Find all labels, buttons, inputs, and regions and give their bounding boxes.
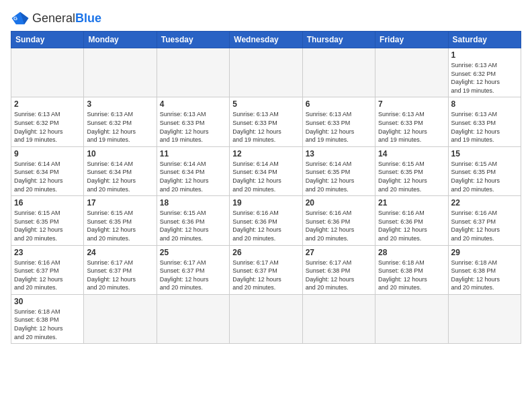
calendar-cell bbox=[230, 48, 302, 97]
calendar-cell: 8Sunrise: 6:13 AM Sunset: 6:33 PM Daylig… bbox=[448, 97, 521, 146]
calendar-cell: 9Sunrise: 6:14 AM Sunset: 6:34 PM Daylig… bbox=[11, 146, 84, 195]
day-number: 7 bbox=[378, 99, 445, 109]
calendar-week-row: 2Sunrise: 6:13 AM Sunset: 6:32 PM Daylig… bbox=[11, 97, 521, 146]
cell-info: Sunrise: 6:14 AM Sunset: 6:34 PM Dayligh… bbox=[232, 160, 299, 193]
weekday-header-friday: Friday bbox=[375, 32, 448, 48]
cell-info: Sunrise: 6:14 AM Sunset: 6:34 PM Dayligh… bbox=[87, 160, 153, 193]
day-number: 18 bbox=[160, 198, 226, 208]
day-number: 11 bbox=[160, 149, 226, 158]
cell-info: Sunrise: 6:18 AM Sunset: 6:38 PM Dayligh… bbox=[378, 259, 445, 292]
calendar-week-row: 16Sunrise: 6:15 AM Sunset: 6:35 PM Dayli… bbox=[11, 196, 521, 245]
cell-info: Sunrise: 6:13 AM Sunset: 6:33 PM Dayligh… bbox=[378, 110, 445, 144]
calendar-cell: 24Sunrise: 6:17 AM Sunset: 6:37 PM Dayli… bbox=[84, 245, 157, 294]
calendar-cell bbox=[375, 294, 448, 343]
day-number: 21 bbox=[378, 198, 445, 208]
cell-info: Sunrise: 6:16 AM Sunset: 6:37 PM Dayligh… bbox=[451, 209, 518, 242]
cell-info: Sunrise: 6:15 AM Sunset: 6:35 PM Dayligh… bbox=[14, 209, 81, 242]
day-number: 8 bbox=[451, 99, 518, 109]
cell-info: Sunrise: 6:15 AM Sunset: 6:36 PM Dayligh… bbox=[160, 209, 226, 242]
calendar-cell: 14Sunrise: 6:15 AM Sunset: 6:35 PM Dayli… bbox=[375, 146, 448, 195]
cell-info: Sunrise: 6:17 AM Sunset: 6:37 PM Dayligh… bbox=[232, 259, 299, 292]
cell-info: Sunrise: 6:16 AM Sunset: 6:36 PM Dayligh… bbox=[232, 209, 299, 242]
logo: G GeneralBlue bbox=[11, 11, 101, 26]
calendar-cell: 12Sunrise: 6:14 AM Sunset: 6:34 PM Dayli… bbox=[230, 146, 302, 195]
calendar-cell: 29Sunrise: 6:18 AM Sunset: 6:38 PM Dayli… bbox=[448, 245, 521, 294]
calendar-table: SundayMondayTuesdayWednesdayThursdayFrid… bbox=[11, 31, 521, 344]
weekday-header-monday: Monday bbox=[84, 32, 157, 48]
cell-info: Sunrise: 6:17 AM Sunset: 6:37 PM Dayligh… bbox=[160, 259, 226, 292]
weekday-header-sunday: Sunday bbox=[11, 32, 84, 48]
calendar-cell: 4Sunrise: 6:13 AM Sunset: 6:33 PM Daylig… bbox=[157, 97, 229, 146]
calendar-cell: 10Sunrise: 6:14 AM Sunset: 6:34 PM Dayli… bbox=[84, 146, 157, 195]
calendar-cell: 20Sunrise: 6:16 AM Sunset: 6:36 PM Dayli… bbox=[302, 196, 375, 245]
calendar-week-row: 9Sunrise: 6:14 AM Sunset: 6:34 PM Daylig… bbox=[11, 146, 521, 195]
day-number: 17 bbox=[87, 198, 153, 208]
day-number: 25 bbox=[160, 248, 226, 257]
day-number: 4 bbox=[160, 99, 226, 109]
calendar-week-row: 1Sunrise: 6:13 AM Sunset: 6:32 PM Daylig… bbox=[11, 48, 521, 97]
calendar-cell bbox=[302, 48, 375, 97]
day-number: 19 bbox=[232, 198, 299, 208]
day-number: 13 bbox=[306, 149, 372, 158]
day-number: 16 bbox=[14, 198, 81, 208]
cell-info: Sunrise: 6:14 AM Sunset: 6:34 PM Dayligh… bbox=[160, 160, 226, 193]
calendar-cell: 11Sunrise: 6:14 AM Sunset: 6:34 PM Dayli… bbox=[157, 146, 229, 195]
calendar-cell: 15Sunrise: 6:15 AM Sunset: 6:35 PM Dayli… bbox=[448, 146, 521, 195]
day-number: 28 bbox=[378, 248, 445, 257]
cell-info: Sunrise: 6:13 AM Sunset: 6:33 PM Dayligh… bbox=[160, 110, 226, 144]
day-number: 15 bbox=[451, 149, 518, 158]
calendar-cell bbox=[11, 48, 84, 97]
cell-info: Sunrise: 6:13 AM Sunset: 6:33 PM Dayligh… bbox=[451, 110, 518, 144]
day-number: 2 bbox=[14, 99, 81, 109]
day-number: 3 bbox=[87, 99, 153, 109]
calendar-cell: 21Sunrise: 6:16 AM Sunset: 6:36 PM Dayli… bbox=[375, 196, 448, 245]
cell-info: Sunrise: 6:15 AM Sunset: 6:35 PM Dayligh… bbox=[87, 209, 153, 242]
calendar-cell bbox=[448, 294, 521, 343]
calendar-cell: 28Sunrise: 6:18 AM Sunset: 6:38 PM Dayli… bbox=[375, 245, 448, 294]
calendar-cell: 26Sunrise: 6:17 AM Sunset: 6:37 PM Dayli… bbox=[230, 245, 302, 294]
calendar-cell: 23Sunrise: 6:16 AM Sunset: 6:37 PM Dayli… bbox=[11, 245, 84, 294]
calendar-cell bbox=[84, 294, 157, 343]
calendar-week-row: 30Sunrise: 6:18 AM Sunset: 6:38 PM Dayli… bbox=[11, 294, 521, 343]
cell-info: Sunrise: 6:13 AM Sunset: 6:33 PM Dayligh… bbox=[232, 110, 299, 144]
day-number: 1 bbox=[451, 50, 518, 60]
calendar-cell: 19Sunrise: 6:16 AM Sunset: 6:36 PM Dayli… bbox=[230, 196, 302, 245]
calendar-week-row: 23Sunrise: 6:16 AM Sunset: 6:37 PM Dayli… bbox=[11, 245, 521, 294]
day-number: 30 bbox=[14, 297, 81, 306]
calendar-cell: 25Sunrise: 6:17 AM Sunset: 6:37 PM Dayli… bbox=[157, 245, 229, 294]
calendar-cell bbox=[375, 48, 448, 97]
calendar-cell: 16Sunrise: 6:15 AM Sunset: 6:35 PM Dayli… bbox=[11, 196, 84, 245]
calendar-cell: 13Sunrise: 6:14 AM Sunset: 6:35 PM Dayli… bbox=[302, 146, 375, 195]
cell-info: Sunrise: 6:13 AM Sunset: 6:32 PM Dayligh… bbox=[14, 110, 81, 144]
calendar-cell: 2Sunrise: 6:13 AM Sunset: 6:32 PM Daylig… bbox=[11, 97, 84, 146]
calendar-cell: 7Sunrise: 6:13 AM Sunset: 6:33 PM Daylig… bbox=[375, 97, 448, 146]
cell-info: Sunrise: 6:18 AM Sunset: 6:38 PM Dayligh… bbox=[451, 259, 518, 292]
calendar-cell: 1Sunrise: 6:13 AM Sunset: 6:32 PM Daylig… bbox=[448, 48, 521, 97]
cell-info: Sunrise: 6:15 AM Sunset: 6:35 PM Dayligh… bbox=[378, 160, 445, 193]
day-number: 14 bbox=[378, 149, 445, 158]
weekday-header-thursday: Thursday bbox=[302, 32, 375, 48]
cell-info: Sunrise: 6:16 AM Sunset: 6:36 PM Dayligh… bbox=[306, 209, 372, 242]
calendar-cell: 18Sunrise: 6:15 AM Sunset: 6:36 PM Dayli… bbox=[157, 196, 229, 245]
weekday-header-tuesday: Tuesday bbox=[157, 32, 229, 48]
day-number: 5 bbox=[232, 99, 299, 109]
cell-info: Sunrise: 6:17 AM Sunset: 6:38 PM Dayligh… bbox=[306, 259, 372, 292]
calendar-cell bbox=[302, 294, 375, 343]
cell-info: Sunrise: 6:13 AM Sunset: 6:32 PM Dayligh… bbox=[451, 61, 518, 95]
calendar-cell: 3Sunrise: 6:13 AM Sunset: 6:32 PM Daylig… bbox=[84, 97, 157, 146]
day-number: 20 bbox=[306, 198, 372, 208]
day-number: 26 bbox=[232, 248, 299, 257]
day-number: 29 bbox=[451, 248, 518, 257]
generalblue-logo-icon: G bbox=[11, 11, 30, 26]
day-number: 23 bbox=[14, 248, 81, 257]
day-number: 12 bbox=[232, 149, 299, 158]
svg-text:G: G bbox=[13, 15, 17, 21]
cell-info: Sunrise: 6:15 AM Sunset: 6:35 PM Dayligh… bbox=[451, 160, 518, 193]
calendar-cell: 27Sunrise: 6:17 AM Sunset: 6:38 PM Dayli… bbox=[302, 245, 375, 294]
cell-info: Sunrise: 6:16 AM Sunset: 6:36 PM Dayligh… bbox=[378, 209, 445, 242]
calendar-cell bbox=[157, 48, 229, 97]
day-number: 9 bbox=[14, 149, 81, 158]
calendar-cell: 5Sunrise: 6:13 AM Sunset: 6:33 PM Daylig… bbox=[230, 97, 302, 146]
page-header: G GeneralBlue bbox=[11, 11, 521, 26]
weekday-header-wednesday: Wednesday bbox=[230, 32, 302, 48]
